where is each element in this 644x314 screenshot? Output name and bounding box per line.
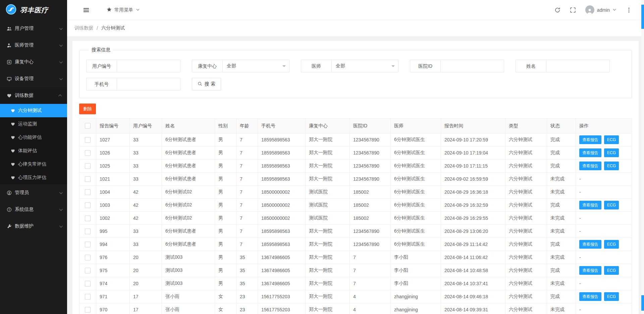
username: admin: [597, 7, 610, 13]
cell-gender: 男: [215, 186, 236, 199]
sidebar-item[interactable]: 用户管理: [0, 20, 67, 37]
sidebar-item[interactable]: 管理员: [0, 184, 67, 201]
phone-input[interactable]: [117, 78, 180, 90]
rehab-center-icon: [7, 60, 15, 65]
breadcrumb-parent[interactable]: 训练数据: [74, 25, 93, 31]
view-report-button[interactable]: 查看报告: [579, 240, 601, 249]
cell-actions: -: [576, 186, 632, 199]
cell-doctor: 李小阳: [391, 264, 441, 277]
ecg-button[interactable]: ECG: [604, 266, 619, 275]
sidebar-item-label: 数据维护: [15, 223, 34, 229]
cell-phone: 15617755203: [258, 290, 306, 303]
common-menu-dropdown[interactable]: 常用菜单: [107, 7, 140, 13]
view-report-button[interactable]: 查看报告: [579, 162, 601, 170]
row-checkbox[interactable]: [85, 150, 91, 156]
heart-icon: [11, 135, 18, 140]
cell-type: 六分钟测试: [505, 199, 547, 212]
ecg-button[interactable]: ECG: [604, 292, 619, 301]
row-checkbox[interactable]: [85, 202, 91, 208]
phone-label: 手机号: [86, 78, 117, 90]
chevron-down-icon: [59, 26, 63, 30]
cell-doctor: 6分钟测试医生: [391, 173, 441, 186]
search-form: 用户编号康复中心全部医师全部医院ID姓名手机号搜 索: [86, 60, 625, 90]
cell-type: 六分钟测试: [505, 212, 547, 225]
select-all-checkbox[interactable]: [85, 123, 91, 129]
cell-age: 7: [236, 173, 258, 186]
cell-phone: 18500000002: [258, 212, 306, 225]
row-checkbox[interactable]: [85, 176, 91, 182]
cell-user-id: 17: [130, 290, 162, 303]
more-options-icon[interactable]: [626, 7, 632, 13]
cell-time: 2024-08-14 10:48:58: [441, 264, 505, 277]
page-scrollbar[interactable]: [641, 0, 644, 314]
row-checkbox[interactable]: [85, 163, 91, 169]
row-checkbox[interactable]: [85, 229, 91, 234]
chevron-down-icon: [59, 60, 63, 63]
column-header: 操作: [576, 119, 632, 133]
view-report-button[interactable]: 查看报告: [579, 201, 601, 209]
sidebar-item[interactable]: 医师管理: [0, 37, 67, 54]
ecg-button[interactable]: ECG: [604, 162, 619, 170]
sidebar-subitem-label: 六分钟测试: [18, 108, 42, 114]
sidebar-subitem[interactable]: 心功能评估: [0, 131, 67, 144]
view-report-button[interactable]: 查看报告: [579, 135, 601, 144]
cell-name: 6分钟测试02: [162, 212, 215, 225]
cell-center: 郑大一附院: [306, 160, 350, 173]
ecg-button[interactable]: ECG: [604, 201, 619, 209]
table-row: 1025336分钟测试患者男718595898563郑大一附院123456789…: [79, 160, 632, 173]
user-id-label: 用户编号: [86, 60, 117, 72]
sidebar-subitem[interactable]: 心理压力评估: [0, 171, 67, 184]
maintenance-icon: [7, 224, 15, 229]
search-button[interactable]: 搜 索: [192, 78, 221, 90]
sidebar-item[interactable]: 训练数据: [0, 87, 67, 104]
cell-hospital-id: 7: [350, 277, 391, 290]
sidebar-subitem[interactable]: 体能评估: [0, 144, 67, 158]
view-report-button[interactable]: 查看报告: [579, 266, 601, 275]
cell-gender: 男: [215, 251, 236, 264]
row-checkbox[interactable]: [85, 215, 91, 221]
delete-button[interactable]: 删除: [79, 104, 96, 114]
row-checkbox[interactable]: [85, 307, 91, 313]
main-area: 常用菜单 admin: [67, 0, 644, 314]
cell-actions: 查看报告ECG: [576, 199, 632, 212]
cell-gender: 女: [215, 303, 236, 314]
user-menu[interactable]: admin: [585, 5, 616, 14]
sidebar-subitem[interactable]: 心律失常评估: [0, 158, 67, 171]
sidebar-subitem[interactable]: 六分钟测试: [0, 104, 67, 117]
patient-name-input[interactable]: [546, 60, 610, 72]
hospital-id-input[interactable]: [440, 60, 504, 72]
cell-name: 测试003: [162, 277, 215, 290]
breadcrumb-separator: /: [97, 25, 98, 31]
cell-age: 7: [236, 199, 258, 212]
row-checkbox[interactable]: [85, 189, 91, 195]
doctor-select[interactable]: 全部: [331, 60, 398, 72]
view-report-button[interactable]: 查看报告: [579, 292, 601, 301]
row-checkbox[interactable]: [85, 281, 91, 287]
fullscreen-icon[interactable]: [570, 7, 576, 13]
ecg-button[interactable]: ECG: [604, 148, 619, 157]
view-report-button[interactable]: 查看报告: [579, 148, 601, 157]
ecg-button[interactable]: ECG: [604, 135, 619, 144]
sidebar-collapse-icon[interactable]: [83, 7, 89, 13]
sidebar-subitem[interactable]: 运动监测: [0, 117, 67, 131]
ecg-button[interactable]: ECG: [604, 240, 619, 249]
table-row: 97620测试003男3513674986605郑大一附院7李小阳2024-08…: [79, 251, 632, 264]
back-to-top-button[interactable]: [641, 295, 644, 311]
sidebar-item[interactable]: 设备管理: [0, 70, 67, 87]
sidebar-item[interactable]: 系统信息: [0, 201, 67, 218]
row-checkbox[interactable]: [85, 137, 91, 143]
row-checkbox[interactable]: [85, 294, 91, 300]
row-checkbox[interactable]: [85, 268, 91, 273]
center-select[interactable]: 全部: [222, 60, 289, 72]
cell-status: 完成: [547, 146, 576, 160]
refresh-icon[interactable]: [554, 7, 560, 13]
sidebar-item-label: 管理员: [15, 190, 29, 196]
column-header: 手机号: [258, 119, 306, 133]
row-checkbox[interactable]: [85, 242, 91, 247]
sidebar-item[interactable]: 康复中心: [0, 54, 67, 70]
scrollbar-thumb[interactable]: [641, 5, 644, 29]
row-checkbox[interactable]: [85, 255, 91, 260]
user-id-input[interactable]: [117, 60, 180, 72]
cell-user-id: 17: [130, 303, 162, 314]
sidebar-item[interactable]: 数据维护: [0, 218, 67, 235]
